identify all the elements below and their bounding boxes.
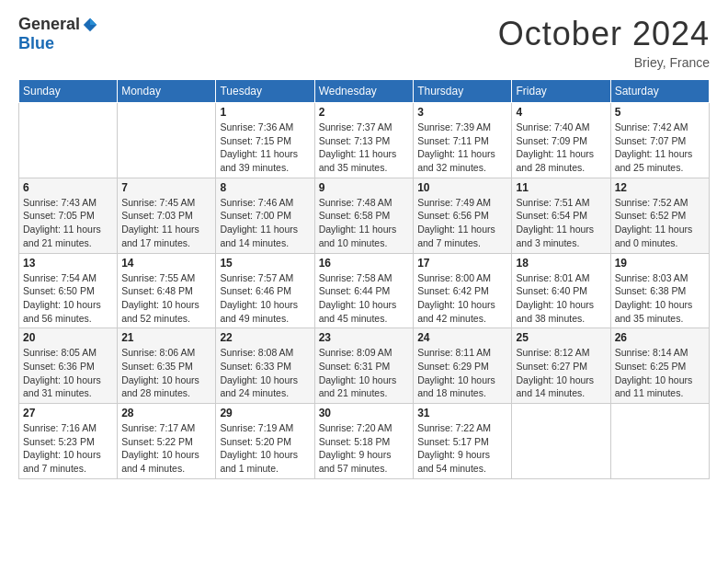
- calendar-cell: 27 Sunrise: 7:16 AM Sunset: 5:23 PM Dayl…: [19, 404, 118, 479]
- day-info: Sunrise: 7:19 AM Sunset: 5:20 PM Dayligh…: [220, 421, 310, 476]
- calendar-cell: 7 Sunrise: 7:45 AM Sunset: 7:03 PM Dayli…: [118, 178, 216, 253]
- day-info: Sunrise: 8:00 AM Sunset: 6:42 PM Dayligh…: [417, 271, 507, 326]
- daylight-text: Daylight: 11 hours and 0 minutes.: [615, 224, 693, 248]
- sunrise-text: Sunrise: 7:57 AM: [220, 272, 293, 283]
- day-number: 15: [220, 257, 310, 270]
- calendar-cell: 1 Sunrise: 7:36 AM Sunset: 7:15 PM Dayli…: [216, 103, 314, 178]
- sunrise-text: Sunrise: 7:43 AM: [23, 197, 97, 208]
- calendar-cell: 20 Sunrise: 8:05 AM Sunset: 6:36 PM Dayl…: [19, 328, 118, 404]
- sunrise-text: Sunrise: 7:17 AM: [121, 422, 195, 433]
- daylight-text: Daylight: 11 hours and 17 minutes.: [121, 224, 199, 248]
- day-number: 12: [615, 181, 705, 194]
- calendar-header-row: Sunday Monday Tuesday Wednesday Thursday…: [19, 80, 710, 103]
- day-info: Sunrise: 7:16 AM Sunset: 5:23 PM Dayligh…: [23, 421, 113, 476]
- day-number: 3: [417, 106, 507, 119]
- day-info: Sunrise: 7:49 AM Sunset: 6:56 PM Dayligh…: [417, 196, 507, 250]
- daylight-text: Daylight: 10 hours and 11 minutes.: [615, 374, 693, 399]
- day-number: 19: [615, 257, 705, 270]
- sunset-text: Sunset: 5:18 PM: [319, 436, 391, 447]
- calendar-cell: 31 Sunrise: 7:22 AM Sunset: 5:17 PM Dayl…: [414, 404, 512, 479]
- calendar-cell: 9 Sunrise: 7:48 AM Sunset: 6:58 PM Dayli…: [314, 178, 414, 253]
- day-number: 27: [23, 407, 113, 419]
- daylight-text: Daylight: 11 hours and 3 minutes.: [516, 224, 594, 248]
- daylight-text: Daylight: 11 hours and 28 minutes.: [516, 148, 594, 173]
- calendar-week-5: 27 Sunrise: 7:16 AM Sunset: 5:23 PM Dayl…: [19, 404, 710, 479]
- sunset-text: Sunset: 5:23 PM: [23, 436, 95, 447]
- day-info: Sunrise: 7:36 AM Sunset: 7:15 PM Dayligh…: [220, 121, 310, 175]
- day-info: Sunrise: 7:45 AM Sunset: 7:03 PM Dayligh…: [121, 196, 211, 250]
- calendar-cell: 8 Sunrise: 7:46 AM Sunset: 7:00 PM Dayli…: [216, 178, 314, 253]
- daylight-text: Daylight: 9 hours and 54 minutes.: [417, 449, 490, 474]
- day-number: 26: [615, 331, 705, 344]
- sunrise-text: Sunrise: 7:49 AM: [417, 197, 491, 208]
- calendar-cell: 5 Sunrise: 7:42 AM Sunset: 7:07 PM Dayli…: [610, 103, 709, 178]
- sunset-text: Sunset: 5:22 PM: [121, 436, 193, 447]
- sunrise-text: Sunrise: 8:01 AM: [516, 272, 589, 283]
- header: General Blue October 2024 Briey, France: [18, 15, 710, 70]
- day-number: 14: [121, 257, 211, 270]
- calendar-table: Sunday Monday Tuesday Wednesday Thursday…: [18, 79, 710, 479]
- calendar-cell: 28 Sunrise: 7:17 AM Sunset: 5:22 PM Dayl…: [118, 404, 216, 479]
- daylight-text: Daylight: 11 hours and 39 minutes.: [220, 148, 298, 173]
- calendar-cell: 19 Sunrise: 8:03 AM Sunset: 6:38 PM Dayl…: [610, 253, 709, 328]
- sunset-text: Sunset: 6:36 PM: [23, 361, 95, 372]
- sunrise-text: Sunrise: 7:36 AM: [220, 121, 293, 132]
- day-number: 11: [516, 181, 606, 194]
- calendar-cell: 25 Sunrise: 8:12 AM Sunset: 6:27 PM Dayl…: [512, 328, 610, 404]
- sunrise-text: Sunrise: 7:48 AM: [319, 197, 392, 208]
- daylight-text: Daylight: 9 hours and 57 minutes.: [319, 449, 392, 474]
- sunrise-text: Sunrise: 8:09 AM: [319, 347, 392, 358]
- sunset-text: Sunset: 6:46 PM: [220, 285, 291, 296]
- sunrise-text: Sunrise: 8:00 AM: [417, 272, 491, 283]
- sunrise-text: Sunrise: 7:51 AM: [516, 197, 589, 208]
- sunrise-text: Sunrise: 8:05 AM: [23, 347, 97, 358]
- calendar-week-3: 13 Sunrise: 7:54 AM Sunset: 6:50 PM Dayl…: [19, 253, 710, 328]
- day-number: 31: [417, 407, 507, 419]
- sunset-text: Sunset: 6:58 PM: [319, 210, 391, 221]
- day-info: Sunrise: 7:58 AM Sunset: 6:44 PM Dayligh…: [319, 271, 410, 326]
- daylight-text: Daylight: 11 hours and 7 minutes.: [417, 224, 495, 248]
- day-info: Sunrise: 7:20 AM Sunset: 5:18 PM Dayligh…: [319, 421, 410, 476]
- calendar-week-1: 1 Sunrise: 7:36 AM Sunset: 7:15 PM Dayli…: [19, 103, 710, 178]
- daylight-text: Daylight: 11 hours and 35 minutes.: [319, 148, 397, 173]
- daylight-text: Daylight: 10 hours and 49 minutes.: [220, 299, 298, 324]
- day-number: 16: [319, 257, 410, 270]
- day-number: 23: [319, 331, 410, 344]
- sunrise-text: Sunrise: 7:46 AM: [220, 197, 293, 208]
- sunrise-text: Sunrise: 8:03 AM: [615, 272, 688, 283]
- calendar-cell: 24 Sunrise: 8:11 AM Sunset: 6:29 PM Dayl…: [414, 328, 512, 404]
- sunrise-text: Sunrise: 8:11 AM: [417, 347, 491, 358]
- day-info: Sunrise: 7:54 AM Sunset: 6:50 PM Dayligh…: [23, 271, 113, 326]
- sunrise-text: Sunrise: 7:37 AM: [319, 121, 392, 132]
- calendar-cell: 13 Sunrise: 7:54 AM Sunset: 6:50 PM Dayl…: [19, 253, 118, 328]
- sunset-text: Sunset: 7:11 PM: [417, 135, 489, 146]
- sunset-text: Sunset: 7:15 PM: [220, 135, 291, 146]
- calendar-page: General Blue October 2024 Briey, France …: [0, 0, 728, 563]
- sunrise-text: Sunrise: 7:55 AM: [121, 272, 195, 283]
- day-info: Sunrise: 8:05 AM Sunset: 6:36 PM Dayligh…: [23, 346, 113, 400]
- calendar-cell: 18 Sunrise: 8:01 AM Sunset: 6:40 PM Dayl…: [512, 253, 610, 328]
- sunrise-text: Sunrise: 8:14 AM: [615, 347, 688, 358]
- day-number: 9: [319, 181, 410, 194]
- calendar-cell: 17 Sunrise: 8:00 AM Sunset: 6:42 PM Dayl…: [414, 253, 512, 328]
- sunset-text: Sunset: 6:33 PM: [220, 361, 291, 372]
- calendar-cell: 26 Sunrise: 8:14 AM Sunset: 6:25 PM Dayl…: [610, 328, 709, 404]
- col-monday: Monday: [118, 80, 216, 103]
- calendar-cell: 3 Sunrise: 7:39 AM Sunset: 7:11 PM Dayli…: [414, 103, 512, 178]
- calendar-cell: [610, 404, 709, 479]
- col-sunday: Sunday: [19, 80, 118, 103]
- daylight-text: Daylight: 10 hours and 35 minutes.: [615, 299, 693, 324]
- day-number: 28: [121, 407, 211, 419]
- day-info: Sunrise: 8:09 AM Sunset: 6:31 PM Dayligh…: [319, 346, 410, 400]
- day-number: 8: [220, 181, 310, 194]
- calendar-cell: 29 Sunrise: 7:19 AM Sunset: 5:20 PM Dayl…: [216, 404, 314, 479]
- svg-marker-1: [90, 17, 97, 24]
- daylight-text: Daylight: 11 hours and 32 minutes.: [417, 148, 495, 173]
- sunrise-text: Sunrise: 7:39 AM: [417, 121, 491, 132]
- sunset-text: Sunset: 7:00 PM: [220, 210, 291, 221]
- day-info: Sunrise: 8:12 AM Sunset: 6:27 PM Dayligh…: [516, 346, 606, 400]
- day-info: Sunrise: 7:39 AM Sunset: 7:11 PM Dayligh…: [417, 121, 507, 175]
- daylight-text: Daylight: 10 hours and 1 minute.: [220, 449, 298, 474]
- daylight-text: Daylight: 10 hours and 18 minutes.: [417, 374, 495, 399]
- day-number: 24: [417, 331, 507, 344]
